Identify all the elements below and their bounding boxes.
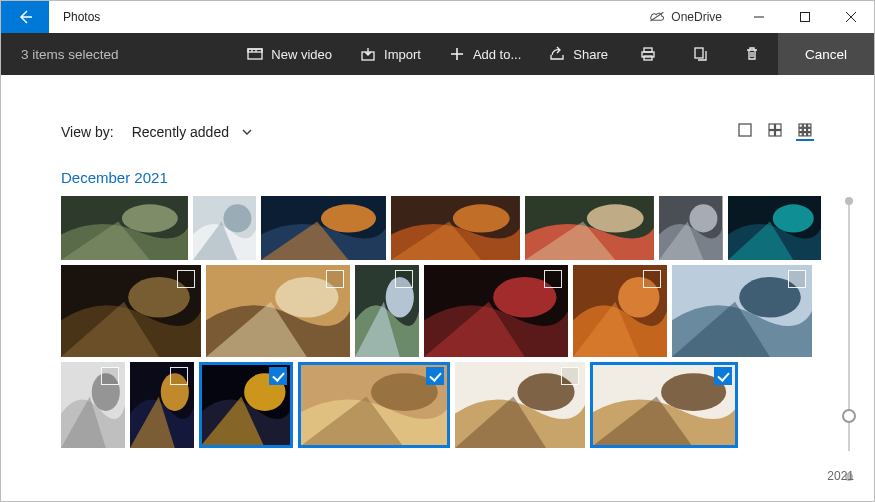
svg-point-33 [223,204,251,232]
onedrive-label: OneDrive [671,10,722,24]
svg-rect-18 [776,124,782,130]
svg-point-43 [773,204,814,232]
selection-checkbox[interactable] [788,270,806,288]
viewby-label: View by: [61,124,114,140]
cancel-button[interactable]: Cancel [778,33,874,75]
cloud-off-icon [649,11,665,23]
svg-rect-28 [803,133,806,136]
share-button[interactable]: Share [535,33,622,75]
photo-furniture-collage[interactable] [61,196,188,260]
selection-checkbox[interactable] [326,270,344,288]
svg-rect-25 [803,128,806,131]
layout-small[interactable] [796,123,814,141]
timeline-handle[interactable] [842,409,856,423]
selection-checkbox[interactable] [426,367,444,385]
command-bar: 3 items selected New video Import Add to… [1,33,874,75]
photo-building-facade[interactable] [659,196,722,260]
svg-rect-17 [769,124,775,130]
photo-silhouette-sunset[interactable] [261,196,386,260]
selection-checkbox[interactable] [544,270,562,288]
photo-orange-texture[interactable] [573,265,667,357]
svg-rect-27 [799,133,802,136]
photo-desert-dunes[interactable] [298,362,450,448]
svg-rect-23 [808,124,811,127]
svg-rect-6 [248,49,262,52]
add-to-label: Add to... [473,47,521,62]
svg-point-41 [690,204,718,232]
photo-gift-box-2[interactable] [590,362,738,448]
add-to-button[interactable]: Add to... [435,33,535,75]
photo-gift-box-1[interactable] [455,362,585,448]
layout-switcher [736,123,814,141]
selection-checkbox[interactable] [714,367,732,385]
photo-bokeh-lights[interactable] [199,362,293,448]
timeline-scrubber[interactable] [838,201,860,477]
viewby-dropdown[interactable]: Recently added [132,124,253,140]
copy-button[interactable] [674,33,726,75]
plus-icon [449,46,465,62]
selection-checkbox[interactable] [395,270,413,288]
svg-rect-14 [644,56,652,60]
photo-mountain-snow[interactable] [672,265,812,357]
share-icon [549,46,565,62]
svg-point-31 [122,204,178,232]
video-icon [247,46,263,62]
close-button[interactable] [828,1,874,33]
trash-icon [744,46,760,62]
selection-checkbox[interactable] [101,367,119,385]
svg-rect-16 [739,124,751,136]
photo-plant-lamp[interactable] [525,196,654,260]
onedrive-status[interactable]: OneDrive [635,1,736,33]
share-label: Share [573,47,608,62]
selection-checkbox[interactable] [561,367,579,385]
photo-lava-field[interactable] [424,265,568,357]
photo-white-car[interactable] [61,362,125,448]
svg-rect-19 [769,131,775,137]
photo-frost-plants[interactable] [355,265,419,357]
svg-rect-2 [801,13,810,22]
svg-rect-21 [799,124,802,127]
cancel-label: Cancel [805,47,847,62]
copy-icon [692,46,708,62]
delete-button[interactable] [726,33,778,75]
selection-checkbox[interactable] [170,367,188,385]
svg-rect-29 [808,133,811,136]
photo-oak-leaves[interactable] [61,265,201,357]
svg-rect-15 [695,48,703,58]
import-icon [360,46,376,62]
timeline-tick-top [845,197,853,205]
print-button[interactable] [622,33,674,75]
photo-cave-water[interactable] [728,196,821,260]
import-label: Import [384,47,421,62]
photo-grid [61,196,821,448]
photo-autumn-leaves[interactable] [391,196,520,260]
maximize-button[interactable] [782,1,828,33]
selection-checkbox[interactable] [269,367,287,385]
new-video-label: New video [271,47,332,62]
svg-rect-24 [799,128,802,131]
selection-checkbox[interactable] [177,270,195,288]
new-video-button[interactable]: New video [233,33,346,75]
selection-checkbox[interactable] [643,270,661,288]
window-controls [736,1,874,33]
photo-winter-forest[interactable] [193,196,256,260]
svg-rect-22 [803,124,806,127]
svg-rect-5 [248,49,262,59]
import-button[interactable]: Import [346,33,435,75]
photo-desert-rock[interactable] [206,265,350,357]
back-button[interactable] [1,1,49,33]
content-area: View by: Recently added December 2021 [1,75,874,501]
layout-medium[interactable] [766,123,784,141]
timeline-year: 2021 [827,469,854,483]
svg-point-37 [453,204,510,232]
photo-dark-lights[interactable] [130,362,194,448]
title-bar: Photos OneDrive [1,1,874,33]
viewby-value: Recently added [132,124,229,140]
svg-rect-20 [776,131,782,137]
chevron-down-icon [241,126,253,138]
svg-rect-26 [808,128,811,131]
layout-single[interactable] [736,123,754,141]
date-group-header[interactable]: December 2021 [61,169,814,186]
minimize-button[interactable] [736,1,782,33]
svg-point-35 [321,204,376,232]
